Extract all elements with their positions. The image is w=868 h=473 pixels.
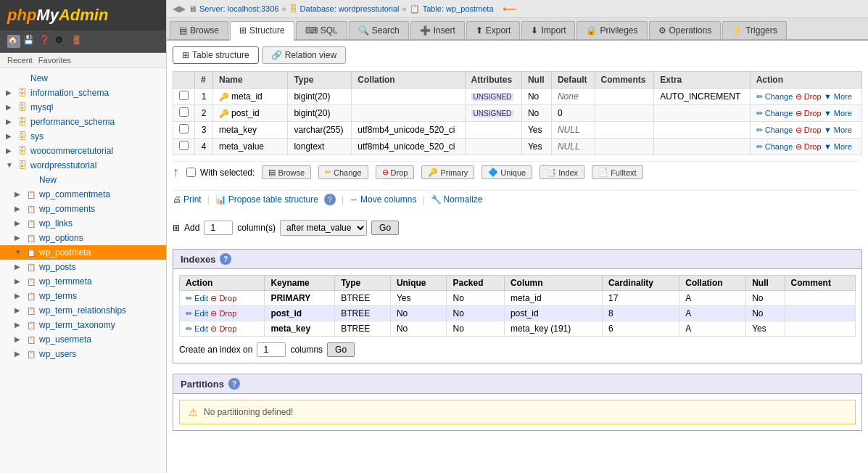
tab-privileges[interactable]: 🔒Privileges xyxy=(576,21,647,39)
action-change-meta_key[interactable]: ✏ Change xyxy=(756,126,793,134)
with-selected-drop[interactable]: ⊖ Drop xyxy=(376,165,415,179)
with-selected-primary[interactable]: 🔑 Primary xyxy=(421,165,474,179)
sidebar-item-wpt_new[interactable]: New xyxy=(0,173,166,187)
row-checkbox-meta_key[interactable] xyxy=(179,124,189,133)
with-selected-index[interactable]: 📑 Index xyxy=(540,165,584,179)
tree-type-icon-wp_usermeta: 📋 xyxy=(25,334,37,345)
add-cols-position[interactable]: after meta_valueat the beginningat the e… xyxy=(280,220,367,236)
idx-null-0: No xyxy=(746,291,785,306)
idx-edit-0[interactable]: ✏ Edit xyxy=(186,294,208,303)
action-change-post_id[interactable]: ✏ Change xyxy=(756,109,793,118)
propose-link[interactable]: 📊 Propose table structure xyxy=(215,194,318,205)
idx-drop-0[interactable]: ⊖ Drop xyxy=(210,294,236,303)
create-index-number[interactable] xyxy=(257,342,286,357)
sidebar-item-mysql[interactable]: ▶🗄mysql xyxy=(0,100,166,115)
sidebar-item-performance_schema[interactable]: ▶🗄performance_schema xyxy=(0,115,166,129)
with-selected-change[interactable]: ✏ Change xyxy=(318,165,368,179)
breadcrumb-database[interactable]: Database: wordpresstutorial xyxy=(300,4,400,13)
tab-search[interactable]: 🔍Search xyxy=(349,21,409,39)
tab-browse[interactable]: ▤Browse xyxy=(170,21,228,39)
with-selected-fulltext[interactable]: 📄 Fulltext xyxy=(592,165,642,179)
with-selected-unique[interactable]: 🔷 Unique xyxy=(481,165,532,179)
index-icon-sm: 📑 xyxy=(546,168,556,177)
action-more-meta_id[interactable]: ▼ More xyxy=(824,92,852,101)
sidebar-item-wp_users[interactable]: ▶📋wp_users xyxy=(0,347,166,361)
tab-export[interactable]: ⬆Export xyxy=(466,21,521,39)
sidebar-item-wp_options[interactable]: ▶📋wp_options xyxy=(0,231,166,245)
key-icon-post_id: 🔑 xyxy=(219,109,231,118)
idx-drop-1[interactable]: ⊖ Drop xyxy=(210,309,236,318)
idx-edit-2[interactable]: ✏ Edit xyxy=(186,324,208,333)
check-all-checkbox[interactable] xyxy=(186,168,196,177)
action-drop-post_id[interactable]: ⊖ Drop xyxy=(795,109,822,118)
breadcrumb-server[interactable]: Server: localhost:3306 xyxy=(199,4,278,13)
partitions-help-icon[interactable]: ? xyxy=(228,378,240,390)
tab-operations[interactable]: ⚙Operations xyxy=(649,21,722,39)
move-columns-link[interactable]: ↔ Move columns xyxy=(350,194,416,205)
partitions-title: Partitions xyxy=(181,379,224,390)
create-index-go[interactable]: Go xyxy=(327,342,355,357)
row-checkbox-meta_id[interactable] xyxy=(179,91,189,100)
sidebar-item-sys[interactable]: ▶🗄sys xyxy=(0,129,166,144)
add-cols-number[interactable] xyxy=(204,221,233,235)
sidebar-item-wp_comments[interactable]: ▶📋wp_comments xyxy=(0,202,166,216)
idx-edit-1[interactable]: ✏ Edit xyxy=(186,309,208,318)
home-icon[interactable]: 🏠 xyxy=(7,35,20,48)
breadcrumb-table[interactable]: Table: wp_postmeta xyxy=(423,4,494,13)
sidebar-item-new[interactable]: New xyxy=(0,71,166,86)
action-more-post_id[interactable]: ▼ More xyxy=(824,109,852,118)
action-more-meta_value[interactable]: ▼ More xyxy=(824,142,852,151)
help-badge-propose[interactable]: ? xyxy=(324,194,336,205)
indexes-help-icon[interactable]: ? xyxy=(220,253,231,265)
sidebar-item-wp_usermeta[interactable]: ▶📋wp_usermeta xyxy=(0,332,166,347)
settings-icon[interactable]: ⚙ xyxy=(55,35,68,48)
idx-type-2: BTREE xyxy=(335,321,391,337)
idx-collation-2: A xyxy=(679,321,746,337)
tab-label-insert: Insert xyxy=(434,25,455,36)
print-link[interactable]: 🖨 Print xyxy=(173,194,202,205)
sidebar-item-woocommercetutorial[interactable]: ▶🗄woocommercetutorial xyxy=(0,144,166,158)
with-selected-browse[interactable]: ▤ Browse xyxy=(262,165,311,179)
row-checkbox-meta_value[interactable] xyxy=(179,141,189,150)
subtab-table-structure[interactable]: ⊞ Table structure xyxy=(173,46,259,64)
add-cols-go[interactable]: Go xyxy=(371,221,399,235)
idx-drop-2[interactable]: ⊖ Drop xyxy=(210,324,236,333)
action-more-meta_key[interactable]: ▼ More xyxy=(824,126,852,134)
db-icon[interactable]: 💾 xyxy=(23,35,36,48)
sidebar-item-wp_commentmeta[interactable]: ▶📋wp_commentmeta xyxy=(0,187,166,202)
tab-structure[interactable]: ⊞Structure xyxy=(230,21,294,41)
sidebar-item-label-wp_postmeta: wp_postmeta xyxy=(39,247,91,258)
sidebar-item-wp_term_taxonomy[interactable]: ▶📋wp_term_taxonomy xyxy=(0,318,166,332)
recent-link[interactable]: Recent xyxy=(7,56,33,65)
idx-th-cardinality: Cardinality xyxy=(602,276,679,291)
action-drop-meta_id[interactable]: ⊖ Drop xyxy=(795,92,822,101)
exit-icon[interactable]: 🚪 xyxy=(71,35,84,48)
action-change-meta_id[interactable]: ✏ Change xyxy=(756,92,793,101)
tab-triggers[interactable]: ⚡Triggers xyxy=(722,21,787,39)
sidebar-item-label-wp_users: wp_users xyxy=(39,349,76,359)
row-default-meta_key: NULL xyxy=(551,122,595,139)
action-drop-meta_key[interactable]: ⊖ Drop xyxy=(795,126,822,134)
expand-icon-wp_comments: ▶ xyxy=(15,205,23,213)
sidebar-item-wp_postmeta[interactable]: ▼📋wp_postmeta xyxy=(0,245,166,260)
logo-icons: 🏠 💾 ❓ ⚙ 🚪 xyxy=(0,30,166,53)
tab-import[interactable]: ⬇Import xyxy=(521,21,575,39)
tree-area: New▶🗄information_schema▶🗄mysql▶🗄performa… xyxy=(0,68,166,473)
row-checkbox-post_id[interactable] xyxy=(179,107,189,117)
row-collation-meta_value: utf8mb4_unicode_520_ci xyxy=(352,139,465,155)
sidebar-item-wp_termmeta[interactable]: ▶📋wp_termmeta xyxy=(0,274,166,289)
sidebar-item-wordpresstutorial[interactable]: ▼🗄wordpresstutorial xyxy=(0,158,166,173)
sidebar-item-wp_terms[interactable]: ▶📋wp_terms xyxy=(0,289,166,303)
tab-insert[interactable]: ➕Insert xyxy=(410,21,465,39)
sidebar-item-information_schema[interactable]: ▶🗄information_schema xyxy=(0,86,166,100)
favorites-link[interactable]: Favorites xyxy=(38,56,71,65)
tab-sql[interactable]: ⌨SQL xyxy=(296,21,347,39)
help-icon[interactable]: ❓ xyxy=(39,35,52,48)
subtab-relation-view[interactable]: 🔗 Relation view xyxy=(262,46,346,64)
sidebar-item-wp_links[interactable]: ▶📋wp_links xyxy=(0,216,166,231)
sidebar-item-wp_term_relationships[interactable]: ▶📋wp_term_relationships xyxy=(0,303,166,318)
action-drop-meta_value[interactable]: ⊖ Drop xyxy=(795,142,822,151)
normalize-link[interactable]: 🔧 Normalize xyxy=(431,194,483,205)
sidebar-item-wp_posts[interactable]: ▶📋wp_posts xyxy=(0,260,166,274)
action-change-meta_value[interactable]: ✏ Change xyxy=(756,142,793,151)
